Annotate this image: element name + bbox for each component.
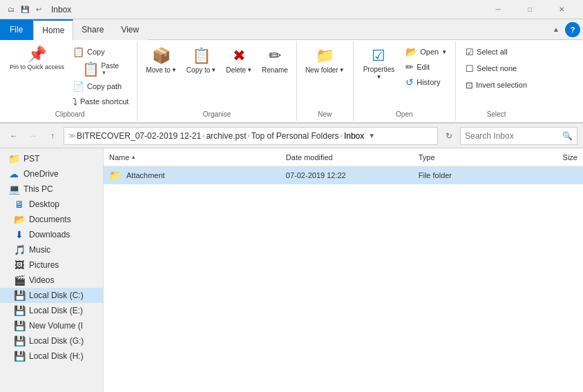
- edit-button[interactable]: ✏ Edit: [401, 59, 451, 75]
- copy-button[interactable]: 📋 Copy: [68, 44, 133, 59]
- pin-quick-access-button[interactable]: 📌 Pin to Quick access: [7, 44, 67, 74]
- sidebar-item-localg[interactable]: 💾 Local Disk (G:): [0, 333, 103, 349]
- pst-icon: 📁: [8, 153, 19, 164]
- tab-home[interactable]: Home: [33, 19, 73, 40]
- sidebar-item-onedrive[interactable]: ☁ OneDrive: [0, 166, 103, 182]
- sidebar-newvol-label: New Volume (I: [29, 321, 83, 331]
- address-path[interactable]: ≫ BITRECOVER_07-02-2019 12-21 › archive.…: [64, 127, 438, 145]
- localc-icon: 💾: [14, 290, 25, 301]
- search-box: 🔍: [460, 127, 577, 145]
- path-segment-0[interactable]: BITRECOVER_07-02-2019 12-21: [77, 131, 201, 141]
- back-button[interactable]: ←: [6, 128, 22, 144]
- path-segment-1[interactable]: archive.pst: [206, 131, 246, 141]
- clipboard-items: 📌 Pin to Quick access 📋 Copy 📋 Paste ▼: [7, 44, 133, 109]
- col-size-header[interactable]: Size: [507, 153, 577, 161]
- copy-to-button[interactable]: 📋 Copy to ▼: [182, 44, 220, 77]
- pin-label: Pin to Quick access: [10, 63, 64, 71]
- properties-button[interactable]: ☑ Properties ▼: [358, 44, 401, 83]
- file-type-cell: File folder: [419, 171, 507, 179]
- paste-button[interactable]: 📋 Paste ▼: [68, 59, 133, 79]
- tab-file[interactable]: File: [0, 19, 33, 40]
- ribbon-group-organise: 📦 Move to ▼ 📋 Copy to ▼ ✖ D: [137, 41, 297, 121]
- sidebar-item-videos[interactable]: 🎬 Videos: [0, 273, 103, 288]
- move-to-button[interactable]: 📦 Move to ▼: [142, 44, 181, 77]
- delete-label: Delete: [226, 66, 246, 74]
- history-icon: ↺: [405, 77, 414, 88]
- title-bar: 🗂 💾 ↩ Inbox ─ □ ✕: [0, 0, 583, 19]
- sidebar-item-localc[interactable]: 💾 Local Disk (C:): [0, 288, 103, 303]
- sidebar-item-downloads[interactable]: ⬇ Downloads: [0, 227, 103, 242]
- new-folder-icon: 📁: [316, 47, 334, 65]
- ribbon-collapse[interactable]: ▲: [550, 24, 562, 35]
- copy-path-icon: 📄: [73, 81, 84, 92]
- open-col: 📂 Open ▼ ✏ Edit ↺ History: [401, 44, 451, 90]
- sidebar-item-music[interactable]: 🎵 Music: [0, 242, 103, 257]
- path-dropdown-arrow[interactable]: ▼: [368, 132, 375, 139]
- sidebar-localh-label: Local Disk (H:): [29, 351, 84, 361]
- rename-button[interactable]: ✏ Rename: [258, 44, 292, 77]
- select-all-button[interactable]: ☑ Select all: [460, 44, 533, 59]
- copy-path-button[interactable]: 📄 Copy path: [68, 79, 133, 94]
- rename-label: Rename: [262, 66, 288, 74]
- open-label: Open: [396, 110, 412, 118]
- forward-button[interactable]: →: [25, 128, 41, 144]
- select-all-label: Select all: [477, 48, 508, 56]
- file-row-attachment[interactable]: 📁 Attachment 07-02-2019 12:22 File folde…: [104, 166, 583, 184]
- sidebar-item-documents[interactable]: 📂 Documents: [0, 212, 103, 227]
- new-folder-button[interactable]: 📁 New folder ▼: [301, 44, 349, 77]
- ribbon-group-clipboard: 📌 Pin to Quick access 📋 Copy 📋 Paste ▼: [3, 41, 137, 121]
- new-folder-label: New folder: [305, 66, 338, 74]
- path-arrow-2: ›: [341, 132, 343, 139]
- delete-button[interactable]: ✖ Delete ▼: [222, 44, 256, 77]
- refresh-button[interactable]: ↻: [441, 128, 457, 144]
- sidebar-item-thispc[interactable]: 💻 This PC: [0, 182, 103, 197]
- maximize-button[interactable]: □: [514, 0, 546, 19]
- up-button[interactable]: ↑: [44, 128, 61, 144]
- path-segment-3[interactable]: Inbox: [344, 131, 364, 141]
- col-name-header[interactable]: Name ▲: [109, 153, 286, 161]
- sidebar-item-newvol[interactable]: 💾 New Volume (I: [0, 318, 103, 333]
- select-none-button[interactable]: ☐ Select none: [460, 61, 533, 76]
- col-type-header[interactable]: Type: [419, 153, 507, 161]
- thispc-icon: 💻: [8, 184, 19, 195]
- save-icon[interactable]: 💾: [19, 4, 30, 15]
- minimize-button[interactable]: ─: [482, 0, 514, 19]
- open-button[interactable]: 📂 Open ▼: [401, 44, 451, 59]
- history-button[interactable]: ↺ History: [401, 75, 451, 90]
- open-label: Open: [420, 48, 439, 56]
- sidebar-item-pst[interactable]: 📁 PST: [0, 151, 103, 166]
- copy-path-label: Copy path: [87, 82, 122, 90]
- path-segment-2[interactable]: Top of Personal Folders: [251, 131, 339, 141]
- sidebar-documents-label: Documents: [29, 215, 71, 224]
- tab-share[interactable]: Share: [73, 19, 113, 40]
- main-content: 📁 PST ☁ OneDrive 💻 This PC 🖥 Desktop 📂 D…: [0, 148, 583, 392]
- sidebar-desktop-label: Desktop: [29, 199, 59, 209]
- delete-dropdown: ▼: [247, 67, 252, 73]
- history-label: History: [417, 78, 440, 86]
- select-label: Select: [487, 110, 506, 118]
- address-bar: ← → ↑ ≫ BITRECOVER_07-02-2019 12-21 › ar…: [0, 124, 583, 148]
- paste-shortcut-button[interactable]: ⤵ Paste shortcut: [68, 94, 133, 109]
- onedrive-icon: ☁: [8, 168, 19, 179]
- ribbon-group-new: 📁 New folder ▼ New: [297, 41, 354, 121]
- name-sort-icon: ▲: [131, 154, 136, 160]
- invert-selection-button[interactable]: ⊡ Invert selection: [460, 77, 533, 92]
- search-input[interactable]: [465, 131, 560, 141]
- close-button[interactable]: ✕: [546, 0, 577, 19]
- col-date-header[interactable]: Date modified: [286, 153, 419, 161]
- paste-dropdown-arrow: ▼: [101, 70, 106, 76]
- sidebar-item-locale[interactable]: 💾 Local Disk (E:): [0, 303, 103, 318]
- window-title: Inbox: [51, 5, 478, 14]
- sidebar-item-pictures[interactable]: 🖼 Pictures: [0, 257, 103, 273]
- col-name-label: Name: [109, 153, 129, 161]
- properties-label: Properties: [363, 66, 395, 73]
- paste-label: Paste: [101, 62, 119, 70]
- sidebar: 📁 PST ☁ OneDrive 💻 This PC 🖥 Desktop 📂 D…: [0, 148, 104, 392]
- sidebar-item-desktop[interactable]: 🖥 Desktop: [0, 197, 103, 212]
- move-dropdown: ▼: [171, 67, 177, 73]
- help-button[interactable]: ?: [565, 22, 580, 37]
- sidebar-locale-label: Local Disk (E:): [29, 306, 83, 315]
- app-icon: 🗂: [6, 4, 17, 15]
- tab-view[interactable]: View: [113, 19, 148, 40]
- sidebar-item-localh[interactable]: 💾 Local Disk (H:): [0, 349, 103, 364]
